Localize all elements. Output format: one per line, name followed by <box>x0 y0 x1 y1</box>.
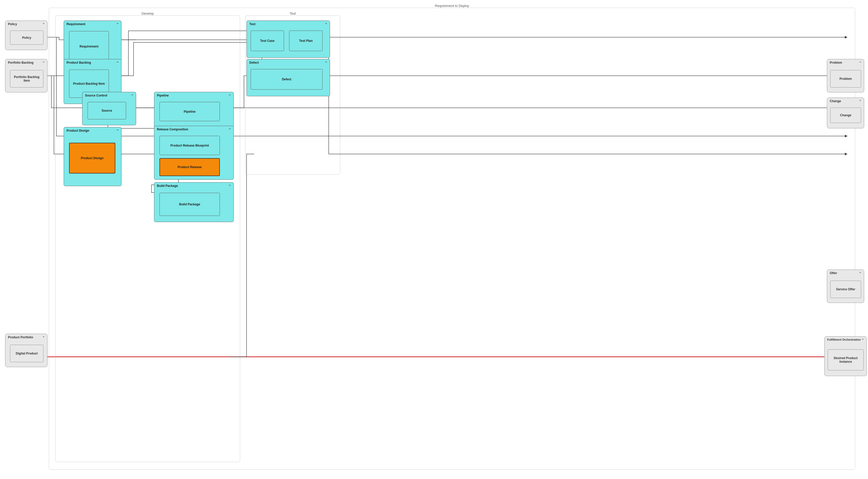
release-composition-group-box: Release Composition ⌃ Product Release Bl… <box>154 126 234 180</box>
swimlane-label-test: Test <box>289 11 297 15</box>
release-composition-group-label: Release Composition <box>157 128 188 131</box>
fulfillment-group-label: Fulfillment Orchestration <box>827 338 861 341</box>
swimlane-label-outer: Requirement to Deploy <box>434 4 470 8</box>
product-design-group-label: Product Design <box>66 129 89 132</box>
problem-outer-box: Problem ⌃ Problem <box>827 59 864 92</box>
offer-collapse-icon[interactable]: ⌃ <box>859 271 862 276</box>
build-package-group-label: Build Package <box>157 184 178 188</box>
product-portfolio-collapse-icon[interactable]: ⌃ <box>42 336 45 340</box>
portfolio-backlog-item: Portfolio Backlog Item <box>10 70 43 88</box>
pipeline-group-label: Pipeline <box>157 94 169 97</box>
product-design-item: Product Design <box>69 143 115 173</box>
requirement-item: Requirement <box>69 31 109 62</box>
build-package-item: Build Package <box>159 193 220 216</box>
product-design-collapse-icon[interactable]: ⌃ <box>116 129 119 133</box>
pipeline-group-box: Pipeline ⌃ Pipeline <box>154 92 234 128</box>
requirement-collapse-icon[interactable]: ⌃ <box>116 22 119 26</box>
source-control-group-label: Source Control <box>85 94 107 97</box>
change-outer-box: Change ⌃ Change <box>827 98 864 128</box>
portfolio-backlog-group-label: Portfolio Backlog <box>8 61 33 64</box>
policy-collapse-icon[interactable]: ⌃ <box>42 22 45 26</box>
product-design-group-box: Product Design ⌃ Product Design <box>64 127 121 186</box>
defect-group-box: Defect ⌃ Defect <box>247 59 330 96</box>
requirement-group-label: Requirement <box>66 22 85 26</box>
product-portfolio-group-label: Product Portfolio <box>8 336 33 339</box>
product-backlog-group-label: Product Backlog <box>66 61 91 64</box>
test-group-box: Test ⌃ Test Case Test Plan <box>247 21 330 58</box>
product-release-item: Product Release <box>159 158 220 176</box>
release-blueprint-item: Product Release Blueprint <box>159 136 220 155</box>
change-collapse-icon[interactable]: ⌃ <box>859 99 862 103</box>
digital-product-item: Digital Product <box>10 345 43 362</box>
problem-collapse-icon[interactable]: ⌃ <box>859 61 862 65</box>
fulfillment-outer-box: Fulfillment Orchestration ⌃ Desired Prod… <box>824 336 867 376</box>
test-plan-item: Test Plan <box>289 31 322 51</box>
build-package-group-box: Build Package ⌃ Build Package <box>154 182 234 222</box>
product-backlog-collapse-icon[interactable]: ⌃ <box>116 61 119 65</box>
policy-outer-box: Policy ⌃ Policy <box>5 21 48 50</box>
change-item: Change <box>830 107 861 123</box>
release-composition-collapse-icon[interactable]: ⌃ <box>228 128 231 132</box>
portfolio-backlog-outer-box: Portfolio Backlog ⌃ Portfolio Backlog It… <box>5 59 48 92</box>
portfolio-backlog-collapse-icon[interactable]: ⌃ <box>42 61 45 65</box>
swimlane-label-develop: Develop <box>141 11 155 15</box>
service-offer-item: Service Offer <box>830 281 861 298</box>
defect-collapse-icon[interactable]: ⌃ <box>324 61 328 65</box>
desired-product-instance-item: Desired Product Instance <box>828 349 864 371</box>
pipeline-collapse-icon[interactable]: ⌃ <box>228 94 231 98</box>
test-group-label: Test <box>249 22 255 26</box>
defect-group-label: Defect <box>249 61 259 64</box>
source-item: Source <box>88 102 126 119</box>
test-collapse-icon[interactable]: ⌃ <box>324 22 328 26</box>
policy-group-label: Policy <box>8 22 17 26</box>
policy-item: Policy <box>10 31 43 45</box>
pipeline-item: Pipeline <box>159 102 220 121</box>
product-portfolio-outer-box: Product Portfolio ⌃ Digital Product <box>5 334 48 367</box>
problem-item: Problem <box>830 70 861 88</box>
offer-outer-box: Offer ⌃ Service Offer <box>827 269 864 303</box>
change-group-label: Change <box>830 99 841 103</box>
defect-item: Defect <box>251 69 322 90</box>
source-control-collapse-icon[interactable]: ⌃ <box>131 94 134 98</box>
build-package-collapse-icon[interactable]: ⌃ <box>228 184 231 188</box>
problem-group-label: Problem <box>830 61 842 64</box>
test-case-item: Test Case <box>251 31 284 51</box>
source-control-group-box: Source Control ⌃ Source <box>82 92 136 125</box>
diagram-container: Requirement to Deploy Develop Test Polic… <box>0 0 868 479</box>
fulfillment-collapse-icon[interactable]: ⌃ <box>861 338 864 342</box>
offer-group-label: Offer <box>830 271 837 275</box>
